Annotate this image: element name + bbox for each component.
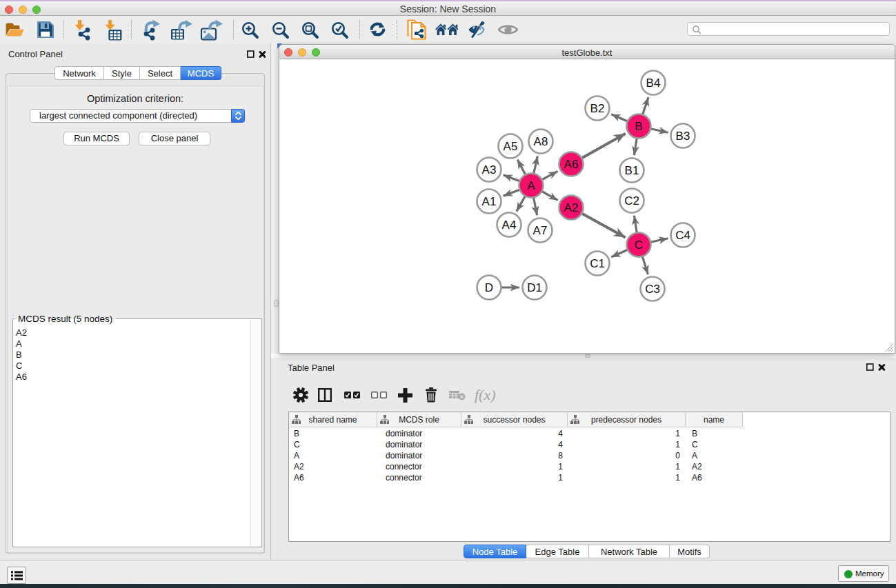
- svg-text:D: D: [485, 281, 493, 294]
- svg-text:C2: C2: [624, 194, 639, 207]
- svg-text:C3: C3: [645, 283, 660, 296]
- svg-text:A5: A5: [504, 140, 518, 153]
- svg-text:A1: A1: [482, 195, 497, 208]
- svg-text:C1: C1: [590, 257, 605, 270]
- svg-text:B2: B2: [590, 102, 605, 115]
- svg-text:A3: A3: [482, 163, 497, 176]
- svg-text:C: C: [635, 239, 643, 252]
- svg-text:C4: C4: [675, 229, 690, 242]
- svg-text:B3: B3: [676, 130, 690, 143]
- svg-text:B1: B1: [625, 164, 639, 177]
- svg-text:B4: B4: [646, 77, 661, 90]
- svg-text:A6: A6: [564, 158, 579, 171]
- svg-text:B: B: [635, 120, 642, 133]
- svg-text:A4: A4: [502, 219, 517, 232]
- svg-text:A2: A2: [564, 201, 579, 214]
- svg-text:D1: D1: [527, 281, 542, 294]
- svg-text:A7: A7: [533, 224, 548, 237]
- svg-text:A8: A8: [534, 135, 548, 148]
- svg-text:A: A: [527, 179, 535, 192]
